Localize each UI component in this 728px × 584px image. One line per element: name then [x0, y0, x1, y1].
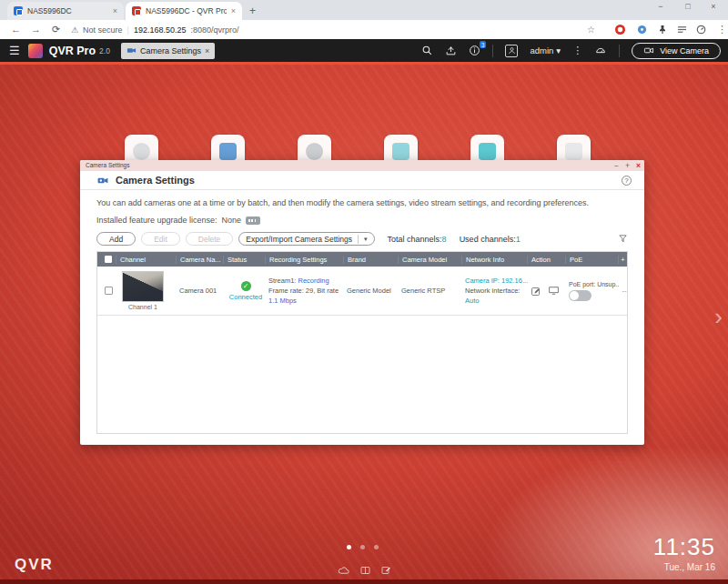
nas-favicon [14, 6, 23, 15]
dialog-minimize-icon[interactable]: − [614, 160, 619, 171]
license-row: Installed feature upgrade license: None [80, 207, 644, 225]
clock-date: Tue., Mar 16 [653, 562, 715, 572]
not-secure-label[interactable]: Not secure [83, 25, 123, 35]
meter-extension-icon[interactable] [696, 25, 706, 35]
col-camera-model[interactable]: Camera Model [398, 256, 461, 264]
camera-name: Camera 001 [176, 287, 223, 295]
search-icon[interactable] [421, 45, 433, 56]
dialog-close-icon[interactable]: × [636, 160, 641, 171]
bitrate-link[interactable]: 1.1 Mbps [268, 296, 343, 306]
license-value: None [222, 216, 242, 225]
qvr-logo[interactable] [28, 44, 43, 58]
main-menu-icon[interactable]: ☰ [9, 44, 20, 57]
col-poe[interactable]: PoE [565, 256, 618, 264]
total-channels: Total channels:8 [388, 235, 447, 244]
add-button[interactable]: Add [96, 232, 136, 246]
header-more-icon[interactable]: ⋮ [572, 45, 582, 56]
col-brand[interactable]: Brand [343, 256, 398, 264]
license-badge-icon[interactable] [246, 216, 260, 225]
notification-badge: 3 [480, 41, 487, 48]
export-import-label: Export/Import Camera Settings [246, 235, 352, 244]
new-tab-icon[interactable]: + [249, 5, 256, 17]
notifications-icon[interactable]: 3 [469, 45, 480, 56]
camera-icon [126, 45, 136, 55]
url-host: 192.168.50.25 [134, 25, 187, 35]
qvr-desktop: Camera Settings − + × Camera Settings ? … [0, 65, 728, 579]
app-tab-label: Camera Settings [140, 46, 201, 55]
next-page-chevron-icon[interactable]: › [714, 303, 723, 331]
back-icon[interactable]: ← [11, 24, 21, 35]
dialog-title: Camera Settings [116, 175, 622, 186]
poe-label: PoE port: Unsup.. [569, 281, 618, 287]
col-action[interactable]: Action [527, 256, 565, 264]
dialog-window-title: Camera Settings [86, 162, 129, 168]
reading-list-icon[interactable] [677, 25, 687, 35]
col-network-info[interactable]: Network Info [461, 256, 527, 264]
page-dot-active[interactable] [347, 545, 351, 549]
chevron-down-icon: ▾ [556, 45, 561, 55]
address-bar[interactable]: ⚠ Not secure | 192.168.50.25:8080/qvrpro… [71, 23, 562, 36]
app-header: ☰ QVR Pro 2.0 Camera Settings × 3 admin … [0, 39, 728, 62]
user-menu[interactable]: admin ▾ [530, 45, 561, 55]
camera-model: Generic RTSP [398, 287, 461, 295]
browser-tab-qvrpro[interactable]: NAS5996DC - QVR Pro × [126, 2, 242, 20]
poe-toggle[interactable] [569, 290, 592, 301]
add-column-icon[interactable]: + [618, 256, 627, 264]
pin-extension-icon[interactable] [658, 25, 667, 35]
window-maximize-icon[interactable]: □ [679, 2, 697, 11]
extension-red-icon[interactable] [615, 25, 625, 35]
view-camera-button[interactable]: View Camera [632, 43, 721, 59]
qvr-wordmark: QVR [15, 556, 54, 574]
help-icon[interactable]: ? [622, 176, 632, 186]
row-checkbox[interactable] [105, 287, 113, 295]
header-divider [492, 45, 493, 57]
app-tab-close-icon[interactable]: × [205, 46, 209, 55]
recording-link[interactable]: Recording [298, 277, 329, 285]
window-close-icon[interactable]: × [704, 2, 723, 11]
used-channels: Used channels:1 [460, 235, 521, 244]
user-avatar-icon[interactable] [505, 45, 518, 57]
extension-blue-icon[interactable] [637, 25, 647, 35]
page-dot[interactable] [374, 545, 379, 549]
browser-menu-icon[interactable]: ⋮ [717, 24, 727, 35]
col-status[interactable]: Status [223, 256, 265, 264]
connected-check-icon: ✓ [241, 281, 251, 291]
qvr-favicon [132, 6, 141, 15]
dialog-titlebar[interactable]: Camera Settings − + × [80, 160, 644, 171]
browser-tab-nas[interactable]: NAS5996DC × [7, 2, 124, 20]
tab-close-icon[interactable]: × [231, 6, 236, 15]
interface-auto-link[interactable]: Auto [465, 296, 527, 306]
export-import-dropdown[interactable]: Export/Import Camera Settings ▾ [238, 232, 374, 246]
layout-icon[interactable] [360, 566, 370, 575]
live-view-icon[interactable] [548, 286, 560, 296]
window-minimize-icon[interactable]: − [652, 2, 670, 11]
col-channel[interactable]: Channel [116, 256, 176, 264]
filter-icon[interactable] [618, 234, 628, 244]
compose-icon[interactable] [381, 566, 391, 575]
dialog-toolbar: Add Edit Delete Export/Import Camera Set… [80, 225, 644, 246]
col-camera-name[interactable]: Camera Na... [176, 256, 223, 264]
select-all-checkbox[interactable] [97, 256, 116, 263]
dialog-maximize-icon[interactable]: + [625, 160, 630, 171]
forward-icon[interactable]: → [31, 24, 41, 35]
channel-label: Channel 1 [128, 304, 157, 310]
camera-thumbnail[interactable] [122, 271, 164, 302]
backup-queue-icon[interactable] [445, 45, 457, 56]
warning-icon: ⚠ [71, 25, 78, 35]
table-header-row: Channel Camera Na... Status Recording Se… [97, 252, 627, 267]
cloud-icon[interactable] [338, 566, 349, 575]
tab-camera-settings[interactable]: Camera Settings × [121, 43, 215, 59]
table-row[interactable]: Channel 1 Camera 001 ✓ Connected Stream1… [97, 267, 627, 316]
camera-settings-icon [96, 175, 109, 186]
bookmark-star-icon[interactable]: ☆ [587, 24, 595, 35]
edit-button: Edit [141, 232, 180, 246]
camera-ip-link[interactable]: Camera IP: 192.16... [465, 276, 527, 286]
tab-title: NAS5996DC [27, 6, 108, 15]
resource-monitor-icon[interactable] [594, 45, 607, 56]
page-dot[interactable] [360, 545, 365, 549]
edit-camera-icon[interactable] [531, 286, 541, 297]
reload-icon[interactable]: ⟳ [52, 24, 60, 35]
col-recording-settings[interactable]: Recording Settings [265, 256, 343, 264]
delete-button: Delete [186, 232, 234, 246]
tab-close-icon[interactable]: × [113, 6, 117, 15]
